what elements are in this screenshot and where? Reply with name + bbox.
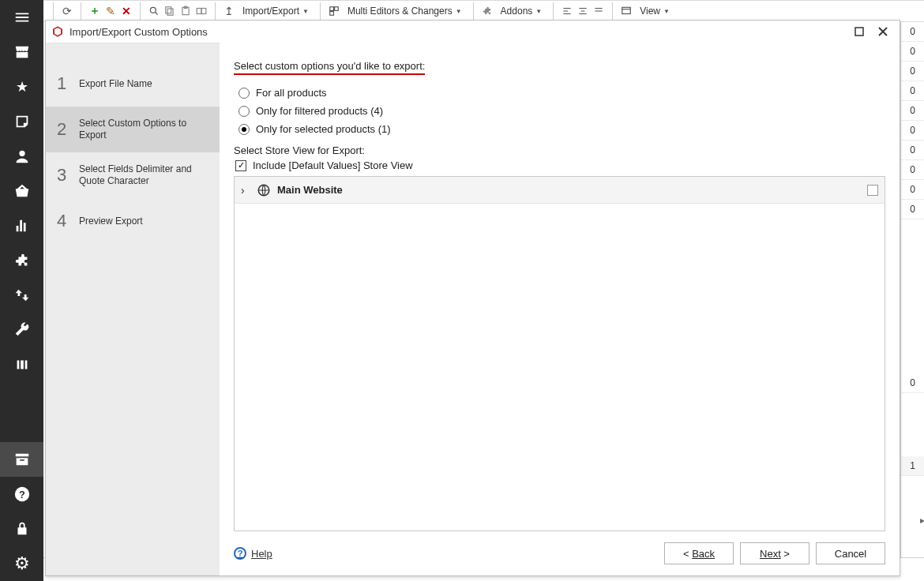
archive-icon <box>13 451 31 468</box>
step-3[interactable]: 3 Select Fields Delimiter and Quote Char… <box>46 152 220 198</box>
checkbox-label: Include [Default Values] Store View <box>253 159 413 171</box>
view-icon[interactable] <box>619 4 633 18</box>
radio-label: Only for filtered products (4) <box>256 105 383 117</box>
radio-icon <box>239 88 250 99</box>
edit-icon[interactable]: ✎ <box>103 4 118 18</box>
sidebar-customers[interactable] <box>0 139 43 174</box>
menu-toggle[interactable] <box>0 0 43 35</box>
up-arrow-icon[interactable]: ↥ <box>222 4 236 18</box>
radio-icon <box>239 124 250 135</box>
grid-cell: 0 <box>901 62 924 81</box>
svg-rect-7 <box>197 9 201 14</box>
panels-icon <box>13 356 31 373</box>
help-link[interactable]: ? Help <box>234 547 272 560</box>
tree-root-row[interactable]: › Main Website <box>235 177 885 204</box>
store-icon <box>13 43 31 61</box>
import-export-dialog: Import/Export Custom Options 1 Export Fi… <box>45 20 900 576</box>
view-label: View <box>640 6 660 17</box>
grid-cell: 0 <box>901 81 924 101</box>
delete-icon[interactable]: ✕ <box>119 4 133 18</box>
sidebar-reports[interactable] <box>0 208 43 243</box>
close-button[interactable] <box>871 24 895 39</box>
view-menu[interactable]: View▼ <box>635 6 674 17</box>
sidebar-lock[interactable] <box>0 512 43 546</box>
grid-cell: 0 <box>901 200 924 219</box>
globe-icon <box>257 183 271 197</box>
background-grid-column: 0 0 0 0 0 0 0 0 0 0 0 1 ▸ <box>900 22 924 557</box>
dup-icon[interactable] <box>194 4 208 18</box>
grid-cell: 0 <box>901 180 924 200</box>
multi-editors-label: Multi Editors & Changers <box>347 6 453 17</box>
scroll-right-icon[interactable]: ▸ <box>920 515 924 526</box>
cancel-label: Cancel <box>835 548 866 560</box>
step-1[interactable]: 1 Export File Name <box>46 61 220 107</box>
align3-icon[interactable] <box>592 4 606 18</box>
chart-icon <box>13 217 31 234</box>
sidebar-store[interactable] <box>0 35 43 69</box>
gear-icon: ⚙ <box>14 553 30 574</box>
grid-cell: 0 <box>901 373 924 393</box>
step-label: Select Fields Delimiter and Quote Charac… <box>79 163 212 187</box>
close-icon <box>878 27 888 36</box>
grid-cell: 0 <box>901 141 924 160</box>
step-2[interactable]: 2 Select Custom Options to Export <box>46 107 220 152</box>
svg-point-2 <box>150 7 156 13</box>
step-4[interactable]: 4 Preview Export <box>46 198 220 244</box>
multi-editors-menu[interactable]: Multi Editors & Changers▼ <box>343 6 467 17</box>
import-export-label: Import/Export <box>242 6 299 17</box>
addons-menu[interactable]: Addons▼ <box>496 6 547 17</box>
radio-filtered-products[interactable]: Only for filtered products (4) <box>239 105 885 117</box>
help-icon: ? <box>234 547 246 560</box>
help-icon: ? <box>13 485 31 503</box>
addons-label: Addons <box>501 6 533 17</box>
main-area: ⟳ ＋ ✎ ✕ ↥ Import/Export▼ Multi Editors &… <box>43 0 924 581</box>
wrench-icon <box>13 321 31 339</box>
sidebar-favorites[interactable]: ★ <box>0 69 43 104</box>
app-sidebar: ★ ? ⚙ <box>0 0 43 581</box>
step-label: Export File Name <box>79 78 152 90</box>
sidebar-sync[interactable] <box>0 278 43 313</box>
add-icon[interactable]: ＋ <box>88 4 102 18</box>
svg-rect-9 <box>330 7 334 11</box>
back-label: Back <box>692 548 715 560</box>
radio-selected-products[interactable]: Only for selected products (1) <box>239 123 885 135</box>
addons-icon[interactable] <box>480 4 494 18</box>
inbox-icon <box>13 113 31 130</box>
wizard-buttons: < Back Next > Cancel <box>664 542 885 564</box>
refresh-icon[interactable]: ⟳ <box>60 4 74 18</box>
multi-icon[interactable] <box>327 4 341 18</box>
sidebar-archive[interactable] <box>0 442 43 477</box>
chevron-right-icon: › <box>241 184 250 197</box>
step-number: 4 <box>57 211 79 231</box>
maximize-button[interactable] <box>847 24 871 39</box>
next-button[interactable]: Next > <box>740 542 809 564</box>
svg-rect-11 <box>330 12 334 16</box>
top-toolbar: ⟳ ＋ ✎ ✕ ↥ Import/Export▼ Multi Editors &… <box>43 0 924 22</box>
search-icon[interactable] <box>147 4 161 18</box>
tree-node-checkbox[interactable] <box>867 185 878 196</box>
sidebar-help[interactable]: ? <box>0 477 43 512</box>
section-title: Select custom options you'd like to expo… <box>234 60 425 75</box>
sidebar-tools[interactable] <box>0 313 43 347</box>
copy-icon[interactable] <box>163 4 177 18</box>
sidebar-basket[interactable] <box>0 174 43 208</box>
radio-all-products[interactable]: For all products <box>239 87 885 99</box>
grid-cell: 1 <box>901 456 924 476</box>
wizard-steps: 1 Export File Name 2 Select Custom Optio… <box>46 43 220 575</box>
grid-cell: 0 <box>901 160 924 180</box>
include-default-checkbox[interactable]: Include [Default Values] Store View <box>235 159 885 171</box>
grid-cell: 0 <box>901 121 924 141</box>
app-logo-icon <box>51 24 65 39</box>
sidebar-plugins[interactable] <box>0 243 43 278</box>
import-export-menu[interactable]: Import/Export▼ <box>238 6 314 17</box>
step-number: 1 <box>57 73 79 94</box>
paste-icon[interactable] <box>178 4 193 18</box>
person-icon <box>13 148 31 165</box>
sidebar-clipboard[interactable] <box>0 347 43 382</box>
sidebar-inbox[interactable] <box>0 104 43 139</box>
cancel-button[interactable]: Cancel <box>816 542 885 564</box>
align2-icon[interactable] <box>576 4 590 18</box>
sidebar-settings[interactable]: ⚙ <box>0 546 43 581</box>
align1-icon[interactable] <box>560 4 574 18</box>
back-button[interactable]: < Back <box>664 542 734 564</box>
